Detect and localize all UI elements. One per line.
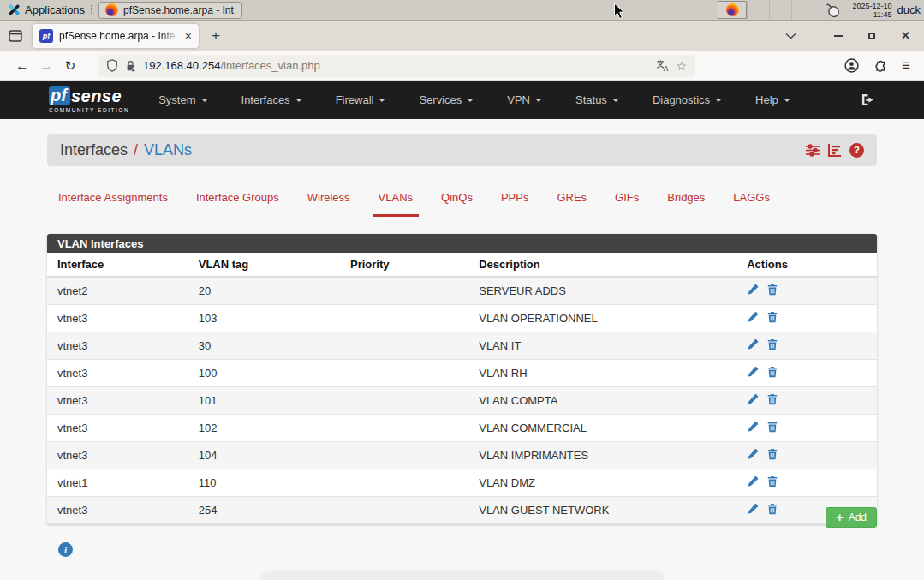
back-button[interactable]: ← — [10, 58, 34, 74]
window-list-button[interactable]: pfSense.home.arpa - Int... — [98, 2, 242, 19]
tab-ppps[interactable]: PPPs — [501, 191, 529, 217]
nav-diagnostics[interactable]: Diagnostics — [653, 93, 722, 106]
tray-firefox-button[interactable] — [718, 1, 747, 19]
window-close-button[interactable]: ✕ — [901, 31, 910, 41]
tab-gres[interactable]: GREs — [557, 191, 587, 217]
translate-icon[interactable]: A — [656, 60, 669, 71]
nav-services[interactable]: Services — [419, 93, 474, 106]
hamburger-menu-icon[interactable]: ≡ — [902, 57, 910, 75]
delete-icon[interactable] — [766, 284, 778, 296]
table-row: vtnet3 103 VLAN OPERATIONNEL — [47, 305, 877, 332]
cell-priority — [340, 277, 468, 305]
tab-interface-assignments[interactable]: Interface Assignments — [58, 191, 168, 217]
related-settings-sliders-icon[interactable] — [806, 144, 820, 157]
address-bar[interactable]: 192.168.40.254/interfaces_vlan.php A ☆ — [98, 55, 695, 77]
table-row: vtnet3 101 VLAN COMPTA — [47, 387, 877, 415]
list-all-tabs-icon[interactable] — [785, 33, 796, 39]
cell-priority — [340, 332, 468, 360]
applications-menu-button[interactable]: Applications — [3, 1, 89, 20]
window-maximize-button[interactable] — [868, 33, 875, 39]
delete-icon[interactable] — [766, 393, 778, 405]
cell-interface: vtnet3 — [47, 360, 188, 387]
cell-interface: vtnet3 — [47, 305, 188, 332]
delete-icon[interactable] — [766, 503, 778, 515]
table-row: vtnet1 110 VLAN DMZ — [47, 469, 877, 497]
cell-vlan-tag: 103 — [188, 305, 340, 332]
window-minimize-button[interactable] — [834, 35, 843, 37]
cell-priority — [340, 497, 468, 524]
breadcrumb-page[interactable]: VLANs — [144, 141, 192, 159]
lock-warning-icon[interactable] — [125, 60, 136, 72]
table-row: vtnet3 30 VLAN IT — [47, 332, 877, 360]
tab-wireless[interactable]: Wireless — [307, 191, 350, 217]
tray-separator — [747, 1, 769, 20]
delete-icon[interactable] — [766, 421, 778, 433]
cell-interface: vtnet3 — [47, 497, 188, 524]
cell-interface: vtnet1 — [47, 469, 188, 497]
forward-button[interactable]: → — [34, 58, 58, 74]
reload-button[interactable]: ↻ — [58, 58, 82, 74]
edit-icon[interactable] — [747, 338, 759, 350]
tray-separator — [769, 1, 791, 20]
tab-close-icon[interactable]: × — [185, 30, 192, 42]
cell-interface: vtnet3 — [47, 442, 188, 469]
account-icon[interactable] — [844, 58, 859, 73]
delete-icon[interactable] — [766, 448, 778, 460]
cell-description: SERVEUR ADDS — [468, 277, 736, 305]
shield-icon[interactable] — [106, 59, 118, 72]
nav-help[interactable]: Help — [755, 93, 790, 106]
info-icon[interactable]: i — [58, 542, 73, 557]
status-chart-icon[interactable] — [828, 144, 842, 157]
bookmark-star-icon[interactable]: ☆ — [676, 59, 687, 73]
tab-vlans[interactable]: VLANs — [373, 191, 419, 217]
nav-status[interactable]: Status — [575, 93, 619, 106]
delete-icon[interactable] — [766, 311, 778, 323]
delete-icon[interactable] — [766, 338, 778, 350]
cell-priority — [340, 469, 468, 497]
pfsense-logo[interactable]: pf sense COMMUNITY EDITION — [49, 86, 129, 113]
clock-date: 2025-12-10 — [852, 2, 891, 10]
edit-icon[interactable] — [747, 475, 759, 487]
tab-qinqs[interactable]: QinQs — [441, 191, 473, 217]
tray-separator — [791, 1, 814, 20]
nav-system[interactable]: System — [158, 93, 207, 106]
nav-interfaces[interactable]: Interfaces — [241, 93, 302, 106]
footer-edge — [261, 572, 664, 580]
cell-actions — [736, 442, 877, 469]
add-vlan-button[interactable]: + Add — [826, 507, 877, 528]
cell-actions — [736, 469, 877, 497]
extensions-puzzle-icon[interactable] — [873, 59, 887, 73]
browser-tab-active[interactable]: pf pfSense.home.arpa - Inte × — [33, 24, 199, 48]
table-row: vtnet3 102 VLAN COMMERCIAL — [47, 415, 877, 442]
taskbar-user-label: duck — [897, 3, 921, 16]
cell-vlan-tag: 110 — [188, 469, 340, 497]
nav-vpn[interactable]: VPN — [507, 93, 542, 106]
caret-down-icon — [535, 99, 542, 102]
logout-icon[interactable] — [861, 93, 875, 106]
new-tab-button[interactable]: + — [212, 27, 220, 45]
edit-icon[interactable] — [747, 284, 759, 296]
edit-icon[interactable] — [747, 366, 759, 378]
edit-icon[interactable] — [747, 503, 759, 515]
clock-time: 11:45 — [852, 10, 891, 19]
nav-firewall[interactable]: Firewall — [336, 93, 386, 106]
delete-icon[interactable] — [766, 366, 778, 378]
tab-interface-groups[interactable]: Interface Groups — [196, 191, 279, 217]
firefox-view-icon[interactable] — [9, 30, 22, 42]
help-icon[interactable]: ? — [849, 143, 864, 158]
edit-icon[interactable] — [747, 311, 759, 323]
svg-text:A: A — [664, 64, 669, 71]
taskbar-clock[interactable]: 2025-12-10 11:45 — [852, 2, 891, 19]
edit-icon[interactable] — [747, 393, 759, 405]
tab-gifs[interactable]: GIFs — [615, 191, 639, 217]
cell-description: VLAN IT — [468, 332, 736, 360]
cell-interface: vtnet2 — [47, 277, 188, 305]
delete-icon[interactable] — [766, 475, 778, 487]
cell-description: VLAN COMMERCIAL — [468, 415, 736, 442]
tab-laggs[interactable]: LAGGs — [733, 191, 770, 217]
edit-icon[interactable] — [747, 448, 759, 460]
tab-bridges[interactable]: Bridges — [667, 191, 705, 217]
cell-actions — [736, 387, 877, 415]
edit-icon[interactable] — [747, 421, 759, 433]
mouse-settings-icon[interactable] — [826, 3, 840, 17]
